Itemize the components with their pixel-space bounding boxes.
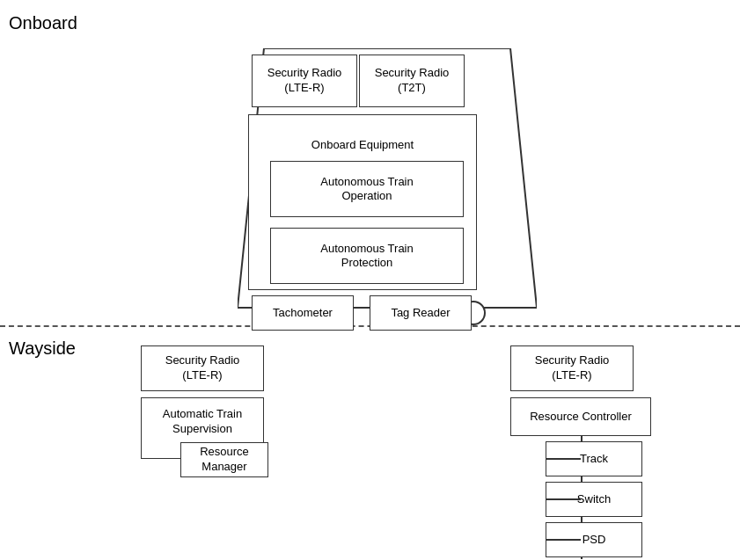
tag-reader-box: Tag Reader (370, 295, 472, 331)
psd-h-line (546, 539, 581, 541)
ato-label: Autonomous Train Operation (320, 175, 414, 205)
wayside-security-radio-right-label: Security Radio (LTE-R) (535, 353, 610, 383)
tachometer-box: Tachometer (252, 295, 354, 331)
ats-box: Automatic Train Supervision Resource Man… (141, 397, 264, 459)
switch-label: Switch (577, 492, 611, 507)
resource-manager-box: Resource Manager (180, 442, 268, 477)
track-label: Track (580, 452, 608, 467)
track-h-line (546, 458, 581, 460)
diagram-container: Onboard Wayside Security Radio (LTE-R) S… (0, 0, 740, 560)
onboard-equipment-box: Onboard Equipment Autonomous Train Opera… (248, 114, 477, 290)
security-radio-t2t-label: Security Radio (T2T) (375, 66, 450, 96)
onboard-label: Onboard (9, 13, 77, 33)
onboard-equipment-label: Onboard Equipment (253, 135, 473, 158)
tag-reader-label: Tag Reader (391, 306, 450, 321)
resource-controller-box: Resource Controller (510, 397, 651, 436)
wayside-security-radio-left-label: Security Radio (LTE-R) (165, 353, 240, 383)
atp-label: Autonomous Train Protection (320, 242, 414, 272)
wayside-security-radio-right-box: Security Radio (LTE-R) (510, 345, 634, 391)
tachometer-label: Tachometer (273, 306, 333, 321)
ats-label: Automatic Train Supervision (145, 402, 260, 440)
wayside-label: Wayside (9, 338, 76, 359)
resource-manager-label: Resource Manager (200, 445, 249, 475)
security-radio-t2t-box: Security Radio (T2T) (359, 55, 465, 107)
atp-box: Autonomous Train Protection (270, 228, 464, 284)
security-radio-lter-box: Security Radio (LTE-R) (252, 55, 357, 107)
psd-label: PSD (582, 533, 606, 548)
switch-h-line (546, 498, 581, 500)
resource-controller-label: Resource Controller (530, 410, 632, 425)
security-radio-lter-label: Security Radio (LTE-R) (267, 66, 342, 96)
ato-box: Autonomous Train Operation (270, 161, 464, 217)
wayside-security-radio-left-box: Security Radio (LTE-R) (141, 345, 264, 391)
